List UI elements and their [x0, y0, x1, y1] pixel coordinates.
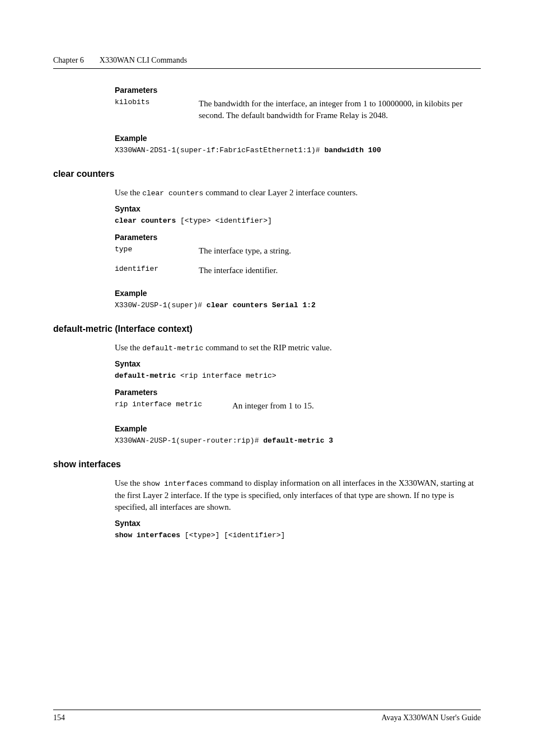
default-metric-intro: Use the default-metric command to set th…	[115, 342, 481, 354]
clear-counters-syntax-heading: Syntax	[115, 204, 481, 213]
syntax-rest: [<type> <identifier>]	[176, 217, 272, 225]
param-name-rip-metric: rip interface metric	[115, 400, 232, 412]
clear-counters-syntax: clear counters [<type> <identifier>]	[115, 217, 481, 225]
show-interfaces-syntax: show interfaces [<type>] [<identifier>]	[115, 531, 481, 539]
example-cmd: bandwidth 100	[324, 146, 381, 154]
intro-code: clear counters	[142, 189, 203, 198]
intro-post: command to set the RIP metric value.	[203, 343, 331, 352]
param-row: type The interface type, a string.	[115, 245, 481, 257]
param-desc-type: The interface type, a string.	[199, 245, 481, 257]
intro-post: command to clear Layer 2 interface count…	[203, 188, 358, 197]
clear-counters-example-code: X330W-2USP-1(super)# clear counters Seri…	[115, 301, 481, 309]
example-cmd: clear counters Serial 1:2	[207, 301, 316, 309]
footer-guide-title: Avaya X330WAN User's Guide	[381, 713, 481, 722]
default-metric-heading: default-metric (Interface context)	[53, 324, 481, 334]
show-interfaces-syntax-heading: Syntax	[115, 519, 481, 528]
param-name-kilobits: kilobits	[115, 98, 199, 121]
header-chapter: Chapter 6	[53, 56, 84, 65]
intro-pre: Use the	[115, 188, 142, 197]
bandwidth-params-heading: Parameters	[115, 86, 481, 95]
param-desc-kilobits: The bandwidth for the interface, an inte…	[199, 98, 481, 121]
param-row: rip interface metric An integer from 1 t…	[115, 400, 481, 412]
param-desc-rip-metric: An integer from 1 to 15.	[232, 400, 481, 412]
page-header: Chapter 6 X330WAN CLI Commands	[53, 56, 481, 69]
show-interfaces-heading: show interfaces	[53, 459, 481, 469]
example-cmd: default-metric 3	[263, 436, 333, 445]
clear-counters-intro: Use the clear counters command to clear …	[115, 187, 481, 199]
syntax-rest: <rip interface metric>	[176, 372, 276, 380]
intro-code: default-metric	[142, 344, 203, 353]
syntax-bold: show interfaces	[115, 531, 180, 539]
default-metric-syntax: default-metric <rip interface metric>	[115, 372, 481, 380]
clear-counters-params-heading: Parameters	[115, 233, 481, 242]
page-footer: 154 Avaya X330WAN User's Guide	[53, 710, 481, 722]
example-prompt: X330WAN-2USP-1(super-router:rip)#	[115, 436, 263, 445]
param-name-type: type	[115, 245, 199, 257]
default-metric-syntax-heading: Syntax	[115, 359, 481, 368]
param-name-identifier: identifier	[115, 265, 199, 276]
clear-counters-heading: clear counters	[53, 169, 481, 179]
footer-page-number: 154	[53, 713, 65, 722]
intro-pre: Use the	[115, 343, 142, 352]
example-prompt: X330WAN-2DS1-1(super-if:FabricFastEthern…	[115, 146, 324, 154]
bandwidth-example-code: X330WAN-2DS1-1(super-if:FabricFastEthern…	[115, 146, 481, 154]
clear-counters-example-heading: Example	[115, 289, 481, 298]
bandwidth-example-heading: Example	[115, 134, 481, 143]
intro-code: show interfaces	[142, 480, 208, 488]
default-metric-params-heading: Parameters	[115, 388, 481, 397]
default-metric-example-code: X330WAN-2USP-1(super-router:rip)# defaul…	[115, 436, 481, 445]
intro-pre: Use the	[115, 478, 142, 487]
syntax-bold: clear counters	[115, 217, 176, 225]
param-desc-identifier: The interface identifier.	[199, 265, 481, 276]
header-title: X330WAN CLI Commands	[100, 56, 187, 65]
param-row: identifier The interface identifier.	[115, 265, 481, 276]
syntax-rest: [<type>] [<identifier>]	[180, 531, 285, 539]
show-interfaces-intro: Use the show interfaces command to displ…	[115, 477, 481, 513]
syntax-bold: default-metric	[115, 372, 176, 380]
param-row: kilobits The bandwidth for the interface…	[115, 98, 481, 121]
default-metric-example-heading: Example	[115, 424, 481, 433]
example-prompt: X330W-2USP-1(super)#	[115, 301, 207, 309]
